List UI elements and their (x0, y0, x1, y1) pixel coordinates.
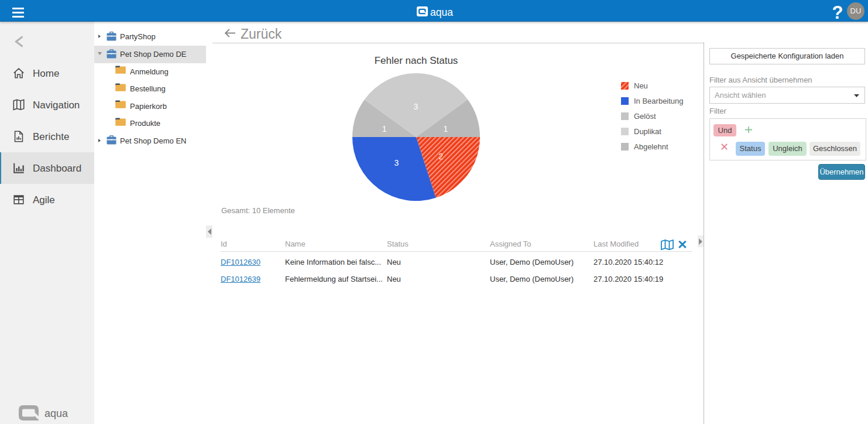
svg-text:2: 2 (438, 152, 443, 161)
svg-text:3: 3 (414, 102, 418, 111)
svg-text:3: 3 (394, 158, 399, 167)
svg-text:1: 1 (382, 124, 387, 134)
svg-text:1: 1 (444, 124, 448, 134)
